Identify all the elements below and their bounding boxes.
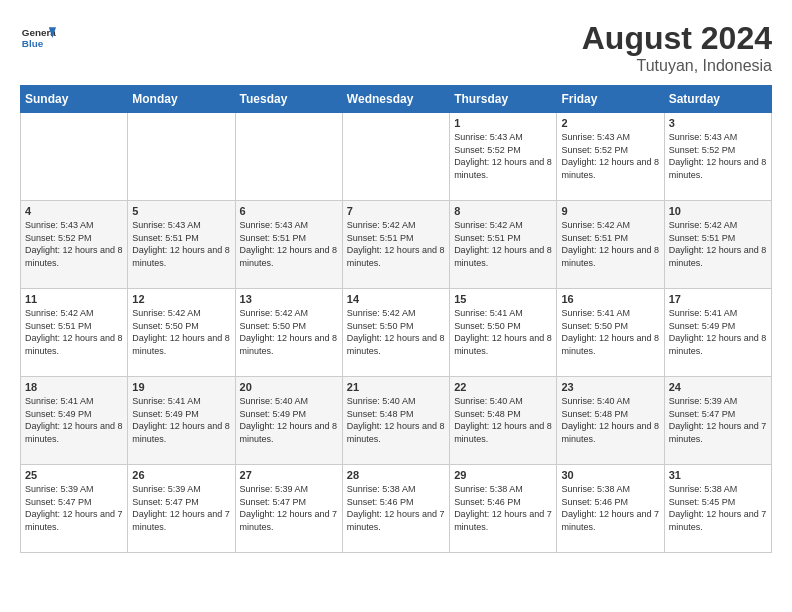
day-cell: 13Sunrise: 5:42 AM Sunset: 5:50 PM Dayli… xyxy=(235,289,342,377)
day-cell: 11Sunrise: 5:42 AM Sunset: 5:51 PM Dayli… xyxy=(21,289,128,377)
day-number: 3 xyxy=(669,117,767,129)
location: Tutuyan, Indonesia xyxy=(582,57,772,75)
day-cell: 24Sunrise: 5:39 AM Sunset: 5:47 PM Dayli… xyxy=(664,377,771,465)
day-cell: 16Sunrise: 5:41 AM Sunset: 5:50 PM Dayli… xyxy=(557,289,664,377)
day-info: Sunrise: 5:38 AM Sunset: 5:46 PM Dayligh… xyxy=(347,483,445,533)
day-info: Sunrise: 5:42 AM Sunset: 5:50 PM Dayligh… xyxy=(132,307,230,357)
day-info: Sunrise: 5:38 AM Sunset: 5:46 PM Dayligh… xyxy=(454,483,552,533)
day-info: Sunrise: 5:41 AM Sunset: 5:49 PM Dayligh… xyxy=(669,307,767,357)
day-info: Sunrise: 5:39 AM Sunset: 5:47 PM Dayligh… xyxy=(240,483,338,533)
day-cell: 28Sunrise: 5:38 AM Sunset: 5:46 PM Dayli… xyxy=(342,465,449,553)
day-info: Sunrise: 5:41 AM Sunset: 5:50 PM Dayligh… xyxy=(561,307,659,357)
svg-text:Blue: Blue xyxy=(22,38,44,49)
day-number: 13 xyxy=(240,293,338,305)
week-row-2: 4Sunrise: 5:43 AM Sunset: 5:52 PM Daylig… xyxy=(21,201,772,289)
day-number: 19 xyxy=(132,381,230,393)
day-cell: 10Sunrise: 5:42 AM Sunset: 5:51 PM Dayli… xyxy=(664,201,771,289)
day-number: 12 xyxy=(132,293,230,305)
day-cell: 20Sunrise: 5:40 AM Sunset: 5:49 PM Dayli… xyxy=(235,377,342,465)
day-cell: 19Sunrise: 5:41 AM Sunset: 5:49 PM Dayli… xyxy=(128,377,235,465)
page-header: General Blue August 2024 Tutuyan, Indone… xyxy=(20,20,772,75)
day-cell: 6Sunrise: 5:43 AM Sunset: 5:51 PM Daylig… xyxy=(235,201,342,289)
day-info: Sunrise: 5:43 AM Sunset: 5:52 PM Dayligh… xyxy=(669,131,767,181)
day-number: 14 xyxy=(347,293,445,305)
day-cell: 9Sunrise: 5:42 AM Sunset: 5:51 PM Daylig… xyxy=(557,201,664,289)
day-number: 9 xyxy=(561,205,659,217)
col-wednesday: Wednesday xyxy=(342,86,449,113)
day-cell: 23Sunrise: 5:40 AM Sunset: 5:48 PM Dayli… xyxy=(557,377,664,465)
col-monday: Monday xyxy=(128,86,235,113)
day-cell: 29Sunrise: 5:38 AM Sunset: 5:46 PM Dayli… xyxy=(450,465,557,553)
day-number: 18 xyxy=(25,381,123,393)
col-tuesday: Tuesday xyxy=(235,86,342,113)
day-number: 5 xyxy=(132,205,230,217)
day-info: Sunrise: 5:40 AM Sunset: 5:48 PM Dayligh… xyxy=(454,395,552,445)
calendar-body: 1Sunrise: 5:43 AM Sunset: 5:52 PM Daylig… xyxy=(21,113,772,553)
day-info: Sunrise: 5:43 AM Sunset: 5:52 PM Dayligh… xyxy=(561,131,659,181)
day-number: 15 xyxy=(454,293,552,305)
day-info: Sunrise: 5:38 AM Sunset: 5:45 PM Dayligh… xyxy=(669,483,767,533)
day-number: 27 xyxy=(240,469,338,481)
day-info: Sunrise: 5:43 AM Sunset: 5:51 PM Dayligh… xyxy=(240,219,338,269)
day-cell: 25Sunrise: 5:39 AM Sunset: 5:47 PM Dayli… xyxy=(21,465,128,553)
day-cell: 15Sunrise: 5:41 AM Sunset: 5:50 PM Dayli… xyxy=(450,289,557,377)
day-cell: 17Sunrise: 5:41 AM Sunset: 5:49 PM Dayli… xyxy=(664,289,771,377)
day-number: 20 xyxy=(240,381,338,393)
week-row-5: 25Sunrise: 5:39 AM Sunset: 5:47 PM Dayli… xyxy=(21,465,772,553)
day-info: Sunrise: 5:42 AM Sunset: 5:51 PM Dayligh… xyxy=(347,219,445,269)
day-cell xyxy=(21,113,128,201)
header-row: Sunday Monday Tuesday Wednesday Thursday… xyxy=(21,86,772,113)
day-info: Sunrise: 5:40 AM Sunset: 5:49 PM Dayligh… xyxy=(240,395,338,445)
day-info: Sunrise: 5:43 AM Sunset: 5:51 PM Dayligh… xyxy=(132,219,230,269)
week-row-1: 1Sunrise: 5:43 AM Sunset: 5:52 PM Daylig… xyxy=(21,113,772,201)
day-info: Sunrise: 5:42 AM Sunset: 5:50 PM Dayligh… xyxy=(240,307,338,357)
day-info: Sunrise: 5:39 AM Sunset: 5:47 PM Dayligh… xyxy=(669,395,767,445)
title-block: August 2024 Tutuyan, Indonesia xyxy=(582,20,772,75)
calendar-header: Sunday Monday Tuesday Wednesday Thursday… xyxy=(21,86,772,113)
day-number: 21 xyxy=(347,381,445,393)
day-number: 31 xyxy=(669,469,767,481)
month-year: August 2024 xyxy=(582,20,772,57)
day-info: Sunrise: 5:40 AM Sunset: 5:48 PM Dayligh… xyxy=(561,395,659,445)
day-info: Sunrise: 5:41 AM Sunset: 5:50 PM Dayligh… xyxy=(454,307,552,357)
day-info: Sunrise: 5:43 AM Sunset: 5:52 PM Dayligh… xyxy=(25,219,123,269)
day-info: Sunrise: 5:39 AM Sunset: 5:47 PM Dayligh… xyxy=(132,483,230,533)
day-number: 29 xyxy=(454,469,552,481)
day-number: 4 xyxy=(25,205,123,217)
day-cell: 3Sunrise: 5:43 AM Sunset: 5:52 PM Daylig… xyxy=(664,113,771,201)
day-cell: 1Sunrise: 5:43 AM Sunset: 5:52 PM Daylig… xyxy=(450,113,557,201)
col-thursday: Thursday xyxy=(450,86,557,113)
day-info: Sunrise: 5:42 AM Sunset: 5:50 PM Dayligh… xyxy=(347,307,445,357)
day-number: 22 xyxy=(454,381,552,393)
day-info: Sunrise: 5:42 AM Sunset: 5:51 PM Dayligh… xyxy=(561,219,659,269)
day-info: Sunrise: 5:42 AM Sunset: 5:51 PM Dayligh… xyxy=(25,307,123,357)
day-number: 30 xyxy=(561,469,659,481)
day-cell: 12Sunrise: 5:42 AM Sunset: 5:50 PM Dayli… xyxy=(128,289,235,377)
day-cell: 14Sunrise: 5:42 AM Sunset: 5:50 PM Dayli… xyxy=(342,289,449,377)
day-info: Sunrise: 5:43 AM Sunset: 5:52 PM Dayligh… xyxy=(454,131,552,181)
day-cell: 7Sunrise: 5:42 AM Sunset: 5:51 PM Daylig… xyxy=(342,201,449,289)
day-number: 7 xyxy=(347,205,445,217)
day-info: Sunrise: 5:41 AM Sunset: 5:49 PM Dayligh… xyxy=(132,395,230,445)
col-friday: Friday xyxy=(557,86,664,113)
day-number: 26 xyxy=(132,469,230,481)
day-number: 16 xyxy=(561,293,659,305)
day-number: 24 xyxy=(669,381,767,393)
day-cell: 21Sunrise: 5:40 AM Sunset: 5:48 PM Dayli… xyxy=(342,377,449,465)
col-saturday: Saturday xyxy=(664,86,771,113)
day-cell: 27Sunrise: 5:39 AM Sunset: 5:47 PM Dayli… xyxy=(235,465,342,553)
day-number: 11 xyxy=(25,293,123,305)
day-number: 17 xyxy=(669,293,767,305)
day-cell xyxy=(128,113,235,201)
day-cell: 18Sunrise: 5:41 AM Sunset: 5:49 PM Dayli… xyxy=(21,377,128,465)
week-row-4: 18Sunrise: 5:41 AM Sunset: 5:49 PM Dayli… xyxy=(21,377,772,465)
day-number: 10 xyxy=(669,205,767,217)
day-number: 8 xyxy=(454,205,552,217)
day-info: Sunrise: 5:41 AM Sunset: 5:49 PM Dayligh… xyxy=(25,395,123,445)
day-cell: 2Sunrise: 5:43 AM Sunset: 5:52 PM Daylig… xyxy=(557,113,664,201)
logo-icon: General Blue xyxy=(20,20,56,56)
logo: General Blue xyxy=(20,20,56,56)
day-info: Sunrise: 5:42 AM Sunset: 5:51 PM Dayligh… xyxy=(669,219,767,269)
day-cell xyxy=(235,113,342,201)
day-cell: 5Sunrise: 5:43 AM Sunset: 5:51 PM Daylig… xyxy=(128,201,235,289)
